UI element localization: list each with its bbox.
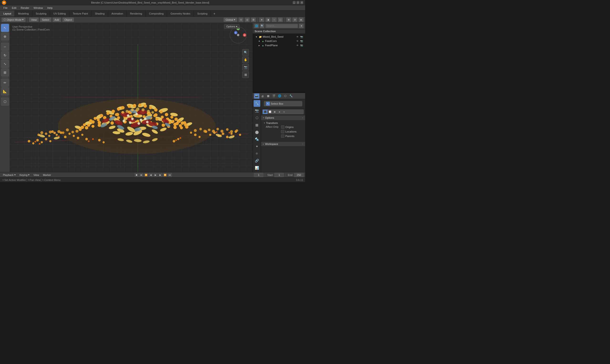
record-btn[interactable]: ⏺ [134,173,139,177]
outliner-search[interactable] [265,24,298,28]
outliner-filter-icon[interactable]: 🔍 [260,24,265,28]
tab-animation[interactable]: Animation [108,11,127,16]
menu-edit[interactable]: Edit [10,6,18,10]
move-tool[interactable]: ↔ [1,43,9,51]
jump-start-btn[interactable]: ⏮ [139,173,143,177]
zoom-tool[interactable]: 🔍 [242,49,249,56]
gizmo-x-axis[interactable]: X [243,33,246,37]
annotate-tool[interactable]: ✏ [1,79,9,87]
mode-btn-4[interactable]: ⧈ [282,110,286,114]
options-section-header[interactable]: ▾ Options ≡ [261,115,305,120]
gizmo-toggle[interactable]: ⊕ [286,17,291,22]
tab-layout[interactable]: Layout [0,11,15,16]
close-button[interactable]: ✕ [300,1,303,4]
props-mode-object[interactable]: ⬡ [283,93,288,99]
outliner-item-mixed-bird-seed[interactable]: ▾ 📁 Mixed_Bird_Seed 👁 📷 [253,35,305,39]
start-frame-input[interactable] [274,173,284,177]
props-icon-constraint[interactable]: 🔗 [254,157,260,164]
select-menu[interactable]: Select [40,17,52,22]
mode-selector[interactable]: ⬡ Object Mode ▾ [1,17,26,22]
props-icon-mesh[interactable]: ▦ [254,122,260,128]
mode-btn-1[interactable]: ⬜ [267,110,272,114]
mode-btn-0[interactable]: ⬛ [263,110,267,114]
tab-sculpting[interactable]: Sculpting [32,11,50,16]
tab-uv-editing[interactable]: UV Editing [50,11,69,16]
gizmo-z-axis[interactable]: Z [234,31,237,34]
grid-tool[interactable]: ▦ [242,71,249,78]
menu-help[interactable]: Help [45,6,55,10]
next-keyframe-btn[interactable]: ▶ [158,173,163,177]
viewport[interactable]: User Perspective (1) Scene Collection | … [10,23,253,172]
viewport-options-button[interactable]: Options ▾ [224,24,240,29]
workspace-section-header[interactable]: ▸ Workspace ≡ [261,142,305,146]
gizmo-circle[interactable]: X Y Z [230,27,247,43]
viewport-shading-rendered[interactable]: ○ [272,17,277,22]
transform-global[interactable]: Global ▾ [223,17,237,22]
props-mode-view[interactable]: ▦ [266,93,271,99]
render-toggle[interactable]: 📷 [300,44,303,47]
play-btn[interactable]: ▶ [154,173,158,177]
viewport-shading-material[interactable]: ◑ [265,17,271,22]
props-icon-tool[interactable]: 🔧 [254,100,260,107]
prev-keyframe-btn[interactable]: ◀ [149,173,153,177]
menu-file[interactable]: File [1,6,10,10]
parents-checkbox[interactable] [281,134,284,138]
props-icon-material[interactable]: ⬤ [254,129,260,135]
tab-scripting[interactable]: Scripting [194,11,211,16]
measure-tool[interactable]: 📐 [1,87,9,95]
render-toggle[interactable]: 📷 [300,39,303,43]
marker-menu[interactable]: Marker [41,173,52,177]
props-icon-item[interactable]: ⬡ [254,114,260,121]
locations-checkbox[interactable] [281,130,284,133]
mode-btn-3[interactable]: ◈ [277,110,282,114]
keying-menu[interactable]: Keying ▾ [18,173,31,177]
view-menu[interactable]: View [29,17,39,22]
prev-frame-btn[interactable]: ⏪ [144,173,148,177]
viewport-gizmo[interactable]: X Y Z [230,27,249,46]
jump-end-btn[interactable]: ⏭ [168,173,172,177]
playback-menu[interactable]: Playback ▾ [1,173,17,177]
props-icon-particle[interactable]: ✦ [254,143,260,150]
xray-toggle[interactable]: ◈ [299,17,304,22]
visibility-toggle[interactable]: 👁 [296,44,299,47]
add-cube-tool[interactable]: ⬡ [1,97,9,106]
viewport-shading-wireframe[interactable]: ◻ [278,17,283,22]
end-frame-input[interactable] [294,173,304,177]
current-frame-input[interactable] [254,173,263,177]
props-mode-world[interactable]: 🌐 [277,93,282,99]
visibility-toggle[interactable]: 👁 [296,35,299,38]
props-icon-modifier[interactable]: 🔩 [254,136,260,143]
outliner-item-feedplane[interactable]: ▸ ▲ FeedPlane 👁 📷 [253,43,305,47]
pan-tool[interactable]: ✋ [242,56,249,63]
menu-window[interactable]: Window [32,6,45,10]
tab-texture-paint[interactable]: Texture Paint [69,11,91,16]
rotate-tool[interactable]: ↻ [1,51,9,59]
props-icon-physics[interactable]: ⚛ [254,150,260,157]
props-mode-modifier[interactable]: 🔧 [288,93,294,99]
tab-compositing[interactable]: Compositing [146,11,167,16]
props-mode-render[interactable]: 📷 [254,93,259,99]
object-menu[interactable]: Object [62,17,74,22]
camera-tool[interactable]: 📷 [242,64,249,71]
props-icon-view[interactable]: 📷 [254,107,260,114]
outliner-menu[interactable]: ▾ [299,24,304,28]
section-menu[interactable]: ≡ [302,143,303,145]
props-icon-data[interactable]: 📊 [254,165,260,171]
render-toggle[interactable]: 📷 [300,35,303,38]
magnet-snap[interactable]: ⊙ [238,17,244,22]
visibility-toggle[interactable]: 👁 [296,39,299,43]
props-mode-scene[interactable]: 🎬 [271,93,276,99]
view-menu-bottom[interactable]: View [32,173,40,177]
scale-tool[interactable]: ⤡ [1,60,9,68]
proportional-edit[interactable]: ◎ [245,17,250,22]
next-frame-btn[interactable]: ⏩ [163,173,167,177]
mode-btn-2[interactable]: ▣ [272,110,277,114]
outliner-icon[interactable]: 🌐 [254,24,259,28]
add-workspace-button[interactable]: + [211,11,218,16]
cursor-tool[interactable]: ⊕ [1,32,9,40]
menu-render[interactable]: Render [19,6,31,10]
tab-geometry-nodes[interactable]: Geometry Nodes [167,11,194,16]
section-menu[interactable]: ≡ [302,117,303,119]
transform-tool[interactable]: ⊞ [1,68,9,77]
overlay-toggle[interactable]: ⊘ [292,17,298,22]
